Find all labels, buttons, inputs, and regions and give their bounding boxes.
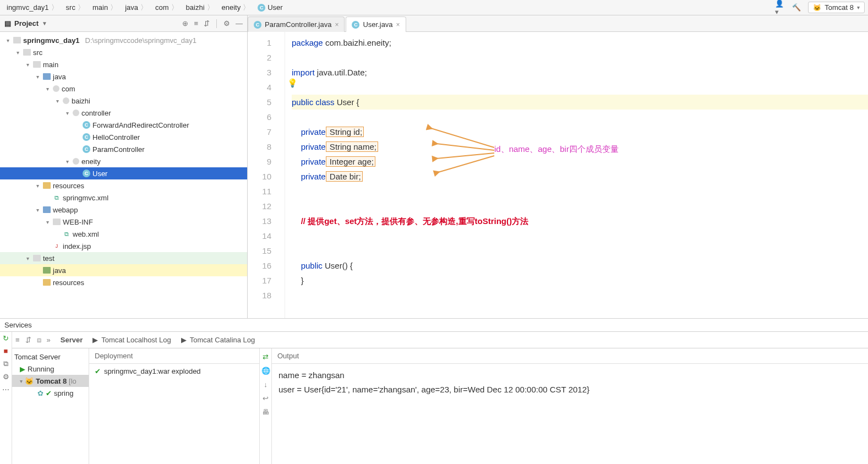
tree-test-java[interactable]: java	[0, 264, 247, 276]
class-icon: C	[83, 133, 90, 141]
settings-icon[interactable]: ⚙	[3, 373, 9, 381]
tab-paramcontroller[interactable]: CParamController.java×	[248, 17, 345, 32]
hide-icon[interactable]: —	[236, 19, 243, 28]
tomcat-icon: 🐱	[25, 377, 34, 385]
services-panel: Services ↻ ■ ⧉ ⚙ ⋯ ≡ ⇵ ⧈ » Server ▶Tomca…	[0, 318, 868, 464]
project-view-title: Project	[14, 19, 39, 28]
tree-controller[interactable]: ▾controller	[0, 107, 247, 119]
class-icon: C	[352, 21, 359, 29]
annotation-label: id、name、age、bir四个成员变量	[494, 144, 619, 155]
chevron-right-icon[interactable]: »	[47, 336, 51, 345]
user-dropdown-icon[interactable]: 👤▾	[775, 3, 785, 13]
crumb-user[interactable]: CUser	[254, 2, 286, 13]
tab-server[interactable]: Server	[61, 336, 83, 344]
tree-java[interactable]: ▾java	[0, 70, 247, 83]
tab-user[interactable]: CUser.java×	[346, 17, 406, 32]
run-config-label: Tomcat 8	[825, 3, 854, 12]
scroll-icon[interactable]: ↓	[264, 380, 268, 389]
tree-indexjsp[interactable]: Jindex.jsp	[0, 240, 247, 252]
log-icon: ▶	[181, 336, 187, 344]
check-icon: ✔	[46, 389, 52, 397]
tree-baizhi[interactable]: ▾baizhi	[0, 95, 247, 107]
tree-main[interactable]: ▾main	[0, 58, 247, 70]
wrap-icon[interactable]: ↩	[263, 394, 269, 402]
tree-collapse-icon[interactable]: ⇵	[25, 336, 31, 345]
tree-class-param[interactable]: CParamController	[0, 143, 247, 155]
layout-icon[interactable]: ⧈	[37, 336, 41, 345]
artifact-icon: ✿	[37, 389, 43, 397]
build-icon[interactable]: 🔨	[791, 3, 801, 13]
play-icon: ▶	[20, 365, 25, 373]
tree-expand-icon[interactable]: ≡	[15, 336, 20, 345]
stop-icon[interactable]: ■	[4, 347, 8, 355]
services-tree[interactable]: Tomcat Server ▶Running ▾🐱Tomcat 8 [lo ✿✔…	[12, 348, 89, 464]
tab-localhost-log[interactable]: ▶Tomcat Localhost Log	[92, 336, 171, 344]
gear-icon[interactable]: ⚙	[223, 19, 230, 28]
crumb-com[interactable]: com〉	[152, 2, 182, 14]
editor-tabs: CParamController.java× CUser.java×	[248, 15, 868, 32]
tree-webapp[interactable]: ▾webapp	[0, 204, 247, 216]
output-header: Output	[272, 348, 868, 364]
tree-test-resources[interactable]: resources	[0, 276, 247, 288]
tree-src[interactable]: ▾src	[0, 46, 247, 58]
jsp-icon: J	[53, 242, 61, 250]
services-tomcat-node[interactable]: Tomcat Server	[12, 351, 89, 363]
xml-icon: ⧉	[53, 194, 61, 201]
services-running-node[interactable]: ▶Running	[12, 363, 89, 375]
tree-webinf[interactable]: ▾WEB-INF	[0, 216, 247, 228]
chevron-down-icon[interactable]: ▼	[42, 20, 47, 26]
tree-webxml[interactable]: ⧉web.xml	[0, 228, 247, 240]
crumb-java[interactable]: java〉	[122, 2, 151, 14]
tree-project-root[interactable]: ▾springmvc_day1D:\springmvccode\springmv…	[0, 34, 247, 46]
code-editor[interactable]: 123456789101112131415161718 💡 package co…	[248, 32, 868, 318]
tree-class-farc[interactable]: CForwardAndRedirectController	[0, 119, 247, 131]
class-icon: C	[83, 170, 90, 177]
class-icon: C	[83, 145, 90, 153]
tree-eneity[interactable]: ▾eneity	[0, 155, 247, 167]
tab-catalina-log[interactable]: ▶Tomcat Catalina Log	[181, 336, 255, 344]
deployment-item[interactable]: ✔springmvc_day1:war exploded	[89, 364, 259, 379]
crumb-project[interactable]: ingmvc_day1〉	[3, 2, 62, 14]
crumb-baizhi[interactable]: baizhi〉	[183, 2, 217, 14]
close-icon[interactable]: ×	[396, 21, 400, 29]
run-configuration-selector[interactable]: 🐱 Tomcat 8 ▾	[808, 2, 865, 13]
tree-class-hello[interactable]: CHelloController	[0, 131, 247, 143]
locate-icon[interactable]: ⊕	[182, 19, 188, 28]
breadcrumb[interactable]: ingmvc_day1〉 src〉 main〉 java〉 com〉 baizh…	[3, 2, 286, 14]
project-view-icon: ▤	[4, 19, 11, 28]
line-gutter[interactable]: 123456789101112131415161718	[248, 32, 285, 318]
crumb-src[interactable]: src〉	[63, 2, 88, 14]
project-sidebar: ▤ Project ▼ ⊕ ≡ ⇵ ⚙ — ▾springmvc_day1D:\…	[0, 15, 248, 318]
services-panel-title: Services	[0, 319, 868, 332]
project-tool-window-header: ▤ Project ▼ ⊕ ≡ ⇵ ⚙ —	[0, 15, 247, 32]
class-icon: C	[254, 21, 261, 29]
output-toolbar: ⇄ 🌐 ↓ ↩ 🖶	[260, 348, 272, 464]
rerun-icon[interactable]: ↻	[3, 334, 9, 342]
open-browser-icon[interactable]: 🌐	[261, 367, 270, 375]
crumb-eneity[interactable]: eneity〉	[219, 2, 254, 14]
tree-test[interactable]: ▾test	[0, 252, 247, 264]
top-navigation-bar: ingmvc_day1〉 src〉 main〉 java〉 com〉 baizh…	[0, 0, 868, 15]
tree-resources[interactable]: ▾resources	[0, 179, 247, 192]
print-icon[interactable]: 🖶	[262, 408, 269, 416]
tree-class-user[interactable]: CUser	[0, 167, 247, 179]
tree-springmvc-xml[interactable]: ⧉springmvc.xml	[0, 192, 247, 204]
project-tree[interactable]: ▾springmvc_day1D:\springmvccode\springmv…	[0, 32, 247, 318]
close-icon[interactable]: ×	[335, 21, 339, 29]
crumb-main[interactable]: main〉	[89, 2, 121, 14]
expand-all-icon[interactable]: ≡	[194, 19, 198, 28]
class-icon: C	[258, 4, 265, 12]
tree-com[interactable]: ▾com	[0, 83, 247, 95]
xml-icon: ⧉	[63, 230, 70, 238]
services-tab-bar: ≡ ⇵ ⧈ » Server ▶Tomcat Localhost Log ▶To…	[12, 332, 868, 348]
console-output[interactable]: name = zhangsan user = User{id='21', nam…	[272, 364, 868, 464]
check-icon: ✔	[95, 367, 101, 375]
deploy-icon[interactable]: ⇄	[263, 353, 269, 361]
filter-icon[interactable]: ⧉	[3, 359, 8, 368]
collapse-all-icon[interactable]: ⇵	[204, 19, 210, 28]
log-icon: ▶	[92, 336, 98, 344]
services-tomcat8-node[interactable]: ▾🐱Tomcat 8 [lo	[12, 375, 89, 387]
services-spring-node[interactable]: ✿✔spring	[12, 387, 89, 399]
class-icon: C	[83, 121, 90, 129]
more-icon[interactable]: ⋯	[2, 385, 9, 394]
